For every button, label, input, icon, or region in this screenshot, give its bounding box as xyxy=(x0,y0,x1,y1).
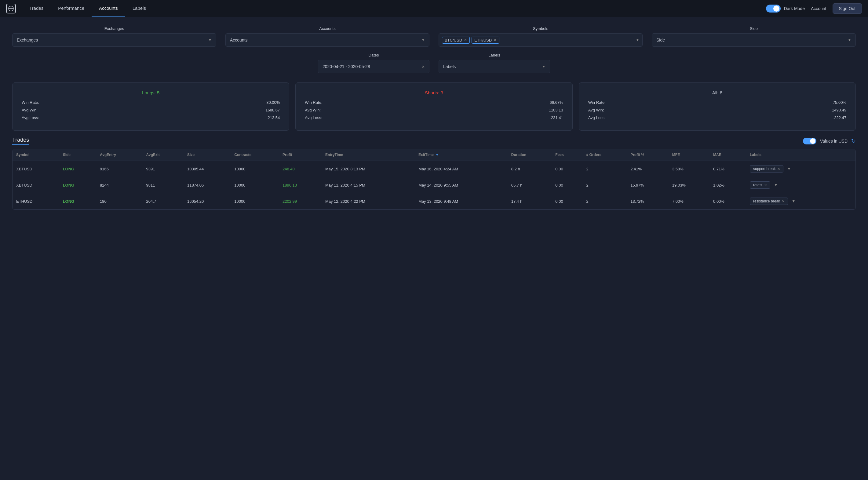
values-usd-switch[interactable] xyxy=(803,138,816,145)
cell-profit-2: 2202.99 xyxy=(279,193,321,210)
cell-exittime-0: May 16, 2020 4:24 AM xyxy=(415,161,507,177)
all-avg-win-value: 1493.49 xyxy=(832,108,846,113)
cell-labels-2: resistance break ✕ ▼ xyxy=(746,193,856,210)
dates-clear-icon[interactable]: ✕ xyxy=(422,64,425,69)
btcusd-tag-remove[interactable]: ✕ xyxy=(464,38,467,42)
cell-size-1: 11874.06 xyxy=(184,177,230,193)
cell-avgentry-0: 9165 xyxy=(96,161,143,177)
shorts-win-rate-label: Win Rate: xyxy=(305,100,322,105)
label-remove-icon-2[interactable]: ✕ xyxy=(782,199,785,203)
label-text-0: support break xyxy=(753,167,775,171)
ethusd-tag: ETH/USD ✕ xyxy=(471,37,499,44)
nav-links: Trades Performance Accounts Labels xyxy=(22,0,153,17)
col-duration[interactable]: Duration xyxy=(507,149,552,161)
cell-symbol-2: ETHUSD xyxy=(12,193,59,210)
longs-avg-loss-value: -213.54 xyxy=(266,116,280,120)
row-expand-btn-0[interactable]: ▼ xyxy=(785,165,794,172)
label-remove-icon-0[interactable]: ✕ xyxy=(777,167,780,171)
col-profit[interactable]: Profit xyxy=(279,149,321,161)
navbar: Trades Performance Accounts Labels Dark … xyxy=(0,0,868,17)
dark-mode-toggle: Dark Mode xyxy=(766,5,804,12)
cell-avgexit-0: 9391 xyxy=(143,161,184,177)
label-tag-0: support break ✕ xyxy=(750,165,783,172)
cell-orders-2: 2 xyxy=(583,193,627,210)
symbols-label: Symbols xyxy=(439,26,643,31)
trades-tbody: XBTUSD LONG 9165 9391 10305.44 10000 248… xyxy=(12,161,856,210)
side-select[interactable]: Side ▼ xyxy=(652,33,856,47)
nav-performance[interactable]: Performance xyxy=(51,0,92,17)
col-mae[interactable]: MAE xyxy=(710,149,746,161)
col-fees[interactable]: Fees xyxy=(552,149,583,161)
shorts-title: Shorts: 3 xyxy=(305,90,563,95)
col-avgentry[interactable]: AvgEntry xyxy=(96,149,143,161)
table-header-row: Symbol Side AvgEntry AvgExit Size Contra… xyxy=(12,149,856,161)
col-avgexit[interactable]: AvgExit xyxy=(143,149,184,161)
all-avg-loss-value: -222.47 xyxy=(833,116,846,120)
shorts-win-rate-value: 66.67% xyxy=(550,100,563,105)
cell-labels-1: retest ✕ ▼ xyxy=(746,177,856,193)
labels-label: Labels xyxy=(439,53,550,57)
col-mfe[interactable]: MFE xyxy=(669,149,710,161)
col-exittime[interactable]: ExitTime ▼ xyxy=(415,149,507,161)
col-profit-pct[interactable]: Profit % xyxy=(627,149,669,161)
cell-avgentry-1: 8244 xyxy=(96,177,143,193)
shorts-avg-win-value: 1103.13 xyxy=(549,108,563,113)
accounts-filter-group: Accounts Accounts ▼ xyxy=(225,26,429,47)
cell-symbol-0: XBTUSD xyxy=(12,161,59,177)
col-labels[interactable]: Labels xyxy=(746,149,856,161)
col-entrytime[interactable]: EntryTime xyxy=(321,149,415,161)
btcusd-tag-label: BTC/USD xyxy=(445,38,462,42)
col-orders[interactable]: # Orders xyxy=(583,149,627,161)
table-row: XBTUSD LONG 8244 9811 11874.06 10000 189… xyxy=(12,177,856,193)
accounts-chevron-icon: ▼ xyxy=(422,38,425,42)
account-link[interactable]: Account xyxy=(811,6,827,11)
nav-logo[interactable] xyxy=(6,4,16,13)
dates-input[interactable]: 2020-04-21 - 2020-05-28 ✕ xyxy=(318,60,429,73)
cell-contracts-0: 10000 xyxy=(230,161,279,177)
col-side[interactable]: Side xyxy=(59,149,96,161)
row-expand-btn-2[interactable]: ▼ xyxy=(789,197,798,204)
refresh-button[interactable]: ↻ xyxy=(851,138,856,145)
cell-mae-0: 0.71% xyxy=(710,161,746,177)
nav-accounts[interactable]: Accounts xyxy=(92,0,125,17)
col-size[interactable]: Size xyxy=(184,149,230,161)
col-contracts[interactable]: Contracts xyxy=(230,149,279,161)
side-filter-group: Side Side ▼ xyxy=(652,26,856,47)
longs-avg-loss-row: Avg Loss: -213.54 xyxy=(22,116,280,120)
longs-win-rate-row: Win Rate: 80.00% xyxy=(22,100,280,105)
nav-labels[interactable]: Labels xyxy=(125,0,153,17)
cell-profitpct-0: 2.41% xyxy=(627,161,669,177)
shorts-win-rate-row: Win Rate: 66.67% xyxy=(305,100,563,105)
cell-mfe-2: 7.00% xyxy=(669,193,710,210)
longs-avg-loss-label: Avg Loss: xyxy=(22,116,39,120)
row-expand-btn-1[interactable]: ▼ xyxy=(772,181,780,188)
cell-entrytime-0: May 15, 2020 8:13 PM xyxy=(321,161,415,177)
nav-trades[interactable]: Trades xyxy=(22,0,51,17)
exchanges-select[interactable]: Exchanges ▼ xyxy=(12,33,216,47)
sign-out-button[interactable]: Sign Out xyxy=(833,3,862,14)
dark-mode-switch[interactable] xyxy=(766,5,781,12)
shorts-avg-loss-label: Avg Loss: xyxy=(305,116,322,120)
shorts-avg-win-label: Avg Win: xyxy=(305,108,321,113)
cell-profit-0: 248.40 xyxy=(279,161,321,177)
label-remove-icon-1[interactable]: ✕ xyxy=(764,183,767,187)
btcusd-tag: BTC/USD ✕ xyxy=(442,37,470,44)
col-symbol[interactable]: Symbol xyxy=(12,149,59,161)
longs-avg-win-label: Avg Win: xyxy=(22,108,37,113)
symbols-chevron-icon: ▼ xyxy=(636,38,639,42)
accounts-select[interactable]: Accounts ▼ xyxy=(225,33,429,47)
ethusd-tag-label: ETH/USD xyxy=(474,38,492,42)
cell-profit-1: 1896.13 xyxy=(279,177,321,193)
shorts-stat-card: Shorts: 3 Win Rate: 66.67% Avg Win: 1103… xyxy=(295,83,572,131)
ethusd-tag-remove[interactable]: ✕ xyxy=(494,38,497,42)
cell-profitpct-2: 13.72% xyxy=(627,193,669,210)
labels-placeholder: Labels xyxy=(443,64,456,69)
side-chevron-icon: ▼ xyxy=(848,38,851,42)
symbols-select[interactable]: BTC/USD ✕ ETH/USD ✕ ▼ xyxy=(439,33,643,47)
cell-mae-1: 1.02% xyxy=(710,177,746,193)
cell-avgentry-2: 180 xyxy=(96,193,143,210)
cell-fees-0: 0.00 xyxy=(552,161,583,177)
cell-contracts-2: 10000 xyxy=(230,193,279,210)
table-row: XBTUSD LONG 9165 9391 10305.44 10000 248… xyxy=(12,161,856,177)
labels-select[interactable]: Labels ▼ xyxy=(439,60,550,73)
